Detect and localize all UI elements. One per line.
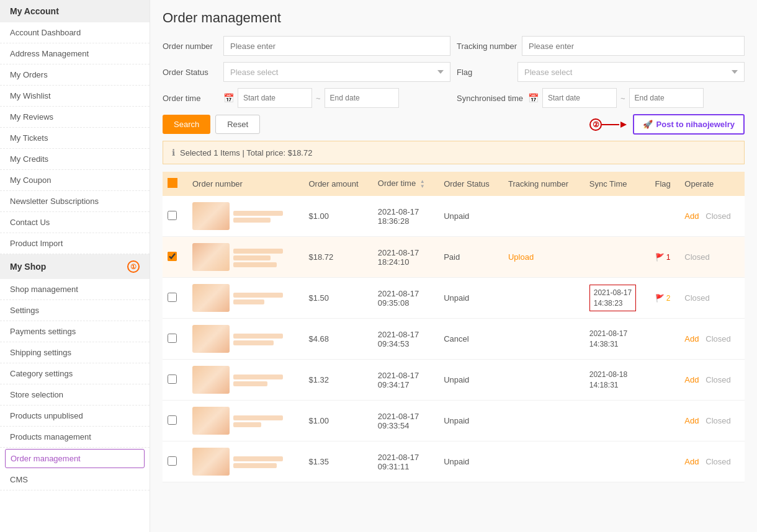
sidebar-item-shop-management[interactable]: Shop management [0, 279, 150, 300]
row5-flag [650, 360, 680, 401]
row7-sync-time [585, 441, 650, 482]
sidebar-item-my-tickets[interactable]: My Tickets [0, 128, 150, 149]
row7-tracking [503, 441, 585, 482]
row7-operate: Add Closed [679, 441, 745, 482]
row4-sync-time: 2021-08-17 14:38:31 [585, 319, 650, 360]
header-order-number: Order number [187, 172, 303, 196]
row6-flag [650, 401, 680, 441]
select-all-checkbox[interactable] [168, 178, 177, 188]
row1-order-time: 2021-08-17 18:36:28 [373, 196, 439, 237]
row3-sync-time: 2021-08-17 14:38:23 [585, 278, 650, 319]
sync-time-label: Synchronised time [457, 94, 523, 103]
order-time-start-input[interactable] [238, 88, 312, 108]
sidebar-item-account-dashboard[interactable]: Account Dashboard [0, 22, 150, 43]
row2-checkbox-cell [163, 237, 187, 278]
row6-checkbox[interactable] [168, 415, 177, 425]
sidebar-item-products-management[interactable]: Products management [0, 427, 150, 448]
row1-sync-time [585, 196, 650, 237]
sidebar-item-product-import[interactable]: Product Import [0, 233, 150, 254]
sidebar-item-cms[interactable]: CMS [0, 469, 150, 490]
row7-flag [650, 441, 680, 482]
sidebar-item-order-management[interactable]: Order management [5, 449, 145, 468]
row7-product [187, 441, 303, 482]
row2-status: Paid [439, 237, 503, 278]
order-time-date-range: 📅 ~ [223, 88, 450, 108]
sidebar-item-my-credits[interactable]: My Credits [0, 149, 150, 170]
row2-order-time: 2021-08-17 18:24:10 [373, 237, 439, 278]
row7-checkbox[interactable] [168, 456, 177, 466]
row2-upload-link[interactable]: Upload [508, 252, 534, 262]
table-row: $4.68 2021-08-17 09:34:53 Cancel 2021-08… [163, 319, 745, 360]
table-row: $1.50 2021-08-17 09:35:08 Unpaid 2021-08… [163, 278, 745, 319]
order-time-end-input[interactable] [325, 88, 399, 108]
svg-marker-3 [620, 122, 627, 128]
row1-tracking [503, 196, 585, 237]
page-title: Order management [163, 10, 745, 26]
row1-checkbox[interactable] [168, 211, 177, 220]
sidebar-item-category-settings[interactable]: Category settings [0, 363, 150, 384]
tracking-number-label: Tracking number [457, 42, 517, 51]
sidebar-item-my-reviews[interactable]: My Reviews [0, 107, 150, 128]
sidebar-item-my-wishlist[interactable]: My Wishlist [0, 86, 150, 107]
row4-checkbox-cell [163, 319, 187, 360]
row7-order-time: 2021-08-17 09:31:11 [373, 441, 439, 482]
filter-buttons: Search Reset [163, 115, 260, 134]
sync-time-filter: Synchronised time 📅 ~ [457, 88, 745, 108]
sidebar-item-store-selection[interactable]: Store selection [0, 384, 150, 406]
sidebar-item-my-orders[interactable]: My Orders [0, 64, 150, 86]
sidebar-item-address-management[interactable]: Address Management [0, 43, 150, 64]
sidebar-item-products-unpublished[interactable]: Products unpublised [0, 406, 150, 427]
row6-status: Unpaid [439, 401, 503, 441]
row7-closed-label: Closed [705, 457, 730, 466]
row5-add-btn[interactable]: Add [684, 375, 699, 384]
row3-checkbox-cell [163, 278, 187, 319]
row1-add-btn[interactable]: Add [684, 211, 699, 221]
annotation-arrow: ② [589, 115, 627, 134]
tracking-number-input[interactable] [522, 36, 745, 56]
row3-amount: $1.50 [303, 278, 372, 319]
row7-add-btn[interactable]: Add [684, 457, 699, 466]
order-number-input[interactable] [223, 36, 450, 56]
row4-add-btn[interactable]: Add [684, 334, 699, 344]
row2-closed-label: Closed [684, 252, 709, 262]
sort-arrows-order-time[interactable]: ▲ ▼ [420, 179, 425, 189]
row2-checkbox[interactable] [168, 252, 177, 261]
row5-product [187, 360, 303, 401]
row5-tracking [503, 360, 585, 401]
row1-product [187, 196, 303, 237]
flag-select[interactable]: Please select [517, 62, 745, 82]
sidebar-item-newsletter-subscriptions[interactable]: Newsletter Subscriptions [0, 191, 150, 212]
sidebar-item-contact-us[interactable]: Contact Us [0, 212, 150, 233]
order-status-select[interactable]: Please select [223, 62, 450, 82]
sidebar-item-my-coupon[interactable]: My Coupon [0, 170, 150, 191]
row3-flag: 🚩 2 [650, 278, 680, 319]
upload-icon: 🚀 [643, 120, 653, 129]
sidebar-item-payments-settings[interactable]: Payments settings [0, 321, 150, 342]
order-number-filter: Order number [163, 36, 450, 56]
row1-product-thumb [192, 202, 230, 230]
sync-time-end-input[interactable] [629, 88, 704, 108]
row1-operate: Add Closed [679, 196, 745, 237]
search-button[interactable]: Search [163, 115, 210, 134]
header-order-status: Order Status [439, 172, 503, 196]
row3-checkbox[interactable] [168, 293, 177, 302]
row1-checkbox-cell [163, 196, 187, 237]
row4-product-lines [233, 334, 283, 345]
row6-add-btn[interactable]: Add [684, 416, 699, 425]
post-to-nihao-button[interactable]: 🚀 Post to nihaojewelry [633, 114, 745, 135]
sidebar-item-shipping-settings[interactable]: Shipping settings [0, 342, 150, 363]
row6-product-lines [233, 415, 283, 427]
sidebar-item-settings[interactable]: Settings [0, 300, 150, 321]
row2-product-lines [233, 249, 283, 267]
selection-bar: ℹ Selected 1 Items | Total price: $18.72 [163, 141, 745, 164]
row4-tracking [503, 319, 585, 360]
row6-amount: $1.00 [303, 401, 372, 441]
selection-text: Selected 1 Items | Total price: $18.72 [180, 148, 312, 157]
row3-product-thumb [192, 284, 230, 312]
row5-checkbox[interactable] [168, 375, 177, 384]
row4-checkbox[interactable] [168, 334, 177, 343]
row4-status: Cancel [439, 319, 503, 360]
row7-product-thumb [192, 448, 230, 476]
sync-time-start-input[interactable] [542, 88, 617, 108]
reset-button[interactable]: Reset [215, 115, 260, 134]
